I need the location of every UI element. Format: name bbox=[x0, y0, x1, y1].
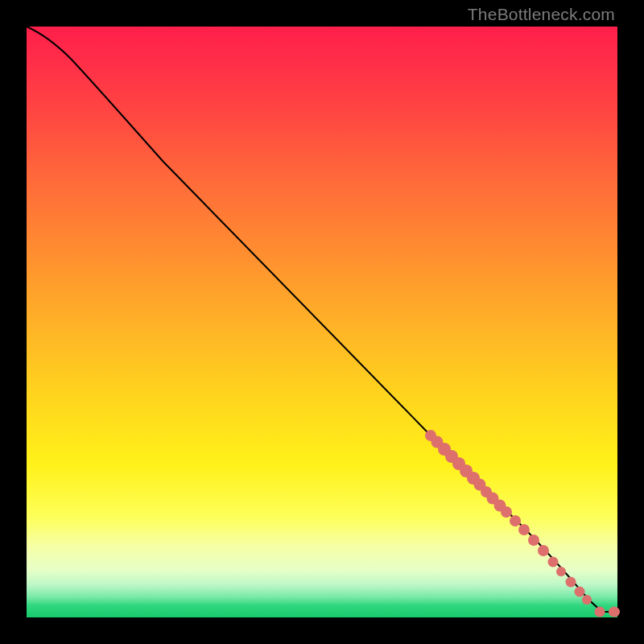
svg-point-12 bbox=[510, 515, 521, 526]
marker-cluster-2 bbox=[481, 486, 512, 518]
svg-point-18 bbox=[566, 577, 576, 588]
svg-point-15 bbox=[538, 545, 549, 556]
marker-cluster-3 bbox=[510, 515, 549, 556]
svg-point-17 bbox=[556, 567, 566, 576]
svg-point-20 bbox=[582, 595, 592, 605]
marker-cluster-1 bbox=[425, 430, 486, 491]
marker-cluster-4 bbox=[548, 557, 592, 605]
svg-point-14 bbox=[528, 535, 539, 546]
svg-point-13 bbox=[518, 524, 530, 535]
svg-point-22 bbox=[609, 607, 620, 617]
svg-point-21 bbox=[595, 607, 605, 617]
curve-layer bbox=[27, 27, 617, 617]
watermark-text: TheBottleneck.com bbox=[468, 5, 615, 24]
bottleneck-curve bbox=[27, 27, 617, 612]
svg-point-11 bbox=[501, 506, 512, 518]
chart-stage: TheBottleneck.com bbox=[0, 0, 644, 644]
svg-point-16 bbox=[548, 557, 559, 568]
plot-area bbox=[27, 27, 617, 617]
svg-point-19 bbox=[575, 587, 585, 597]
